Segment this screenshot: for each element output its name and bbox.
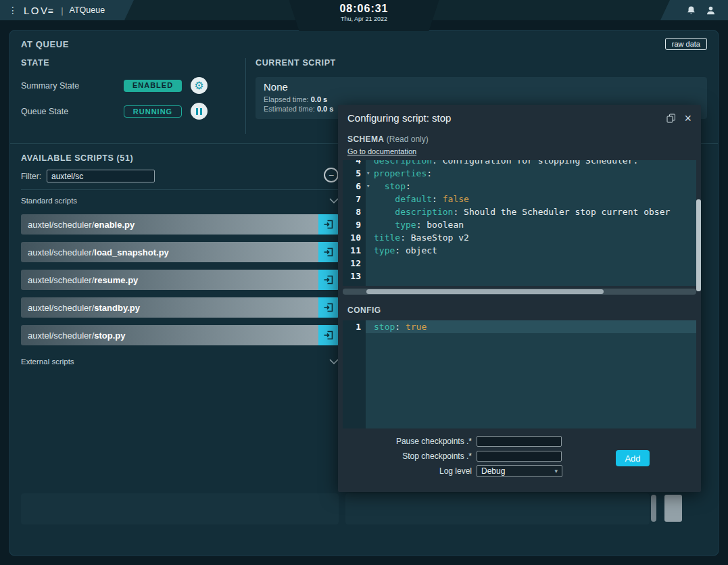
line-number: 13 xyxy=(343,270,366,282)
pause-queue-button[interactable] xyxy=(191,103,208,120)
chevron-down-icon: ▾ xyxy=(554,468,558,474)
close-icon[interactable]: × xyxy=(684,114,691,123)
config-editor[interactable]: 1stop: true xyxy=(343,320,696,428)
current-script-title: CURRENT SCRIPT xyxy=(256,58,707,68)
standard-scripts-header[interactable]: Standard scripts xyxy=(21,197,339,205)
code-line: 8 description: Should the Scheduler stop… xyxy=(343,205,696,218)
collapse-scripts-button[interactable]: − xyxy=(324,168,339,182)
fold-arrow-icon[interactable]: ▾ xyxy=(366,167,370,180)
clock-time: 08:06:31 xyxy=(289,3,439,15)
line-number: 9 xyxy=(343,218,366,231)
log-level-value: Debug xyxy=(481,466,505,476)
code-line: 9 type: boolean xyxy=(343,218,696,231)
documentation-link[interactable]: Go to documentation xyxy=(347,147,416,155)
summary-state-row: Summary State ENABLED ⚙ xyxy=(21,77,245,94)
elapsed-time-label: Elapsed time: xyxy=(264,95,309,103)
chevron-down-icon[interactable] xyxy=(329,198,339,203)
line-number: 5 xyxy=(343,167,366,180)
filter-label: Filter: xyxy=(21,172,41,181)
topbar-right-block xyxy=(660,0,728,20)
script-name: load_snapshot.py xyxy=(94,247,169,257)
script-row: auxtel/scheduler/resume.py xyxy=(21,270,339,290)
script-path: auxtel/scheduler/ xyxy=(28,303,94,313)
fold-arrow-icon[interactable]: ▾ xyxy=(366,180,370,193)
script-path: auxtel/scheduler/ xyxy=(28,247,94,257)
queue-state-badge: RUNNING xyxy=(124,105,182,118)
script-list: auxtel/scheduler/enable.pyauxtel/schedul… xyxy=(21,214,339,345)
launch-script-button[interactable] xyxy=(318,325,339,345)
log-level-select[interactable]: Debug ▾ xyxy=(477,465,562,477)
external-scripts-header[interactable]: External scripts xyxy=(21,358,339,366)
background-panel xyxy=(21,493,339,524)
code-line: 10title: BaseStop v2 xyxy=(343,231,696,244)
launch-script-button[interactable] xyxy=(318,242,339,262)
line-number: 4 xyxy=(343,160,366,167)
script-name: stop.py xyxy=(94,330,125,341)
launch-script-button[interactable] xyxy=(318,214,339,235)
line-number: 8 xyxy=(343,205,366,218)
clock-date: Thu, Apr 21 2022 xyxy=(289,16,439,22)
background-panel xyxy=(345,493,650,524)
notifications-bell-icon[interactable] xyxy=(686,5,696,16)
script-path: auxtel/scheduler/ xyxy=(28,220,94,230)
script-row: auxtel/scheduler/enable.py xyxy=(21,214,339,235)
code-line: 1stop: true xyxy=(343,320,696,333)
script-path: auxtel/scheduler/ xyxy=(28,330,94,341)
gear-icon: ⚙ xyxy=(194,80,203,91)
clock: 08:06:31 Thu, Apr 21 2022 xyxy=(289,0,439,31)
code-line: 4description: Configuration for stopping… xyxy=(343,160,696,167)
schema-horizontal-scrollbar xyxy=(343,289,696,295)
schema-editor: 4description: Configuration for stopping… xyxy=(343,160,696,286)
estimated-time-label: Estimated time: xyxy=(264,105,315,113)
schema-heading: SCHEMA xyxy=(347,134,384,144)
script-row: auxtel/scheduler/standby.py xyxy=(21,297,339,318)
topbar-left-block: ⋮ LOV≡ | ATQueue xyxy=(0,0,134,20)
code-line: 11type: object xyxy=(343,244,696,257)
top-bar: ⋮ LOV≡ | ATQueue 08:06:31 Thu, Apr 21 20… xyxy=(0,0,728,20)
add-button[interactable]: Add xyxy=(616,450,650,466)
code-line: 12 xyxy=(343,257,696,270)
topbar-separator: | xyxy=(61,5,63,16)
stop-checkpoints-label: Stop checkpoints .* xyxy=(377,451,472,461)
schema-vertical-scrollbar[interactable] xyxy=(696,199,701,291)
vertical-divider xyxy=(245,58,246,134)
menu-icon[interactable]: ⋮ xyxy=(8,5,18,16)
chevron-down-icon[interactable] xyxy=(329,359,339,364)
script-row: auxtel/scheduler/stop.py xyxy=(21,325,339,345)
script-path: auxtel/scheduler/ xyxy=(28,275,94,285)
configure-script-modal: Configuring script: stop × SCHEMA (Read … xyxy=(338,105,701,492)
love-logo: LOV≡ xyxy=(24,5,55,16)
queue-state-row: Queue State RUNNING xyxy=(21,103,245,120)
view-title: ATQueue xyxy=(70,5,105,15)
launch-script-button[interactable] xyxy=(318,270,339,290)
user-icon[interactable] xyxy=(706,5,716,16)
launch-script-button[interactable] xyxy=(318,297,339,318)
summary-state-settings-button[interactable]: ⚙ xyxy=(191,77,208,94)
copy-icon[interactable] xyxy=(666,114,676,123)
queue-state-label: Queue State xyxy=(21,107,124,116)
estimated-time-value: 0.0 s xyxy=(317,105,333,113)
script-name: enable.py xyxy=(94,220,135,230)
modal-form: Pause checkpoints .* Stop checkpoints .*… xyxy=(338,435,701,491)
elapsed-time-value: 0.0 s xyxy=(311,95,327,103)
log-level-label: Log level xyxy=(377,466,472,476)
summary-state-label: Summary State xyxy=(21,81,124,91)
logo-e-icon: ≡ xyxy=(48,5,55,16)
config-heading: CONFIG xyxy=(338,295,701,320)
panel-title: AT QUEUE xyxy=(21,39,69,49)
summary-state-badge: ENABLED xyxy=(124,80,182,92)
script-name: standby.py xyxy=(94,303,140,313)
line-number: 10 xyxy=(343,231,366,244)
stop-checkpoints-input[interactable] xyxy=(477,451,562,462)
state-title: STATE xyxy=(21,58,245,68)
line-number: 1 xyxy=(343,320,366,333)
pause-checkpoints-input[interactable] xyxy=(477,436,562,447)
line-number: 7 xyxy=(343,193,366,205)
background-scrollbar[interactable] xyxy=(664,495,682,522)
raw-data-button[interactable]: raw data xyxy=(665,38,707,50)
code-line: 5▾properties: xyxy=(343,167,696,180)
line-number: 12 xyxy=(343,257,366,270)
filter-input[interactable] xyxy=(47,170,155,182)
background-scrollbar[interactable] xyxy=(651,495,656,522)
schema-horizontal-scrollbar-thumb[interactable] xyxy=(366,289,604,294)
